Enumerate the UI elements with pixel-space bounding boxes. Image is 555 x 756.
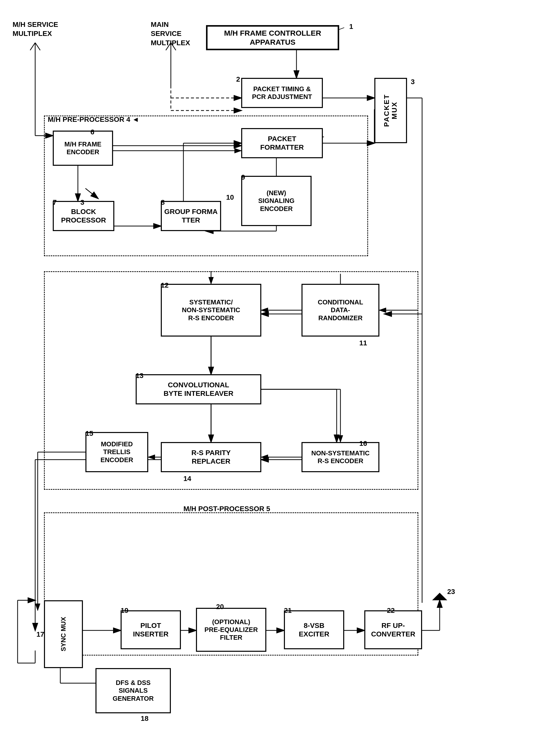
number-1: 1 [349,23,353,31]
mh-pre-processor-label: M/H PRE-PROCESSOR 4 ◄ [48,116,139,124]
mh-frame-controller-label: M/H FRAME CONTROLLER APPARATUS [208,29,338,47]
packet-formatter-box: PACKET FORMATTER [241,128,323,158]
pilot-inserter-label: PILOT INSERTER [133,621,169,638]
main-service-multiplex-label: MAINSERVICEMULTIPLEX [151,20,190,47]
number-13: 13 [136,372,143,380]
number-14: 14 [183,475,191,483]
svg-marker-52 [432,593,447,600]
systematic-rs-encoder-box: SYSTEMATIC/ NON-SYSTEMATIC R-S ENCODER [161,284,261,337]
number-15: 15 [85,430,93,438]
rs-parity-replacer-label: R-S PARITY REPLACER [191,449,231,465]
number-7: 7 [53,198,57,207]
mh-frame-controller-box: M/H FRAME CONTROLLER APPARATUS [206,25,339,50]
number-12: 12 [161,281,169,290]
number-23: 23 [447,588,455,596]
packet-timing-label: PACKET TIMING & PCR ADJUSTMENT [252,85,312,101]
modified-trellis-label: MODIFIED TRELLIS ENCODER [100,440,133,464]
rf-converter-label: RF UP- CONVERTER [371,621,415,638]
packet-mux-label: PACKETMUX [383,94,398,127]
packet-formatter-label: PACKET FORMATTER [260,135,304,151]
group-formatter-box: GROUP FORMA TTER [161,201,221,231]
systematic-rs-encoder-label: SYSTEMATIC/ NON-SYSTEMATIC R-S ENCODER [182,298,240,322]
pilot-inserter-box: PILOT INSERTER [121,610,181,649]
dfs-dss-label: DFS & DSS SIGNALS GENERATOR [113,679,154,703]
svg-line-46 [30,43,35,50]
number-16: 16 [359,440,367,448]
modified-trellis-box: MODIFIED TRELLIS ENCODER [85,432,148,472]
number-6: 6 [90,128,94,136]
sync-mux-box: SYNC MUX [44,600,83,668]
optional-filter-label: (OPTIONAL) PRE-EQUALIZER FILTER [205,618,258,642]
group-formatter-label: GROUP FORMA TTER [162,208,220,224]
non-systematic-rs-label: NON-SYSTEMATIC R-S ENCODER [311,449,370,465]
rf-converter-box: RF UP- CONVERTER [364,610,422,649]
number-21: 21 [284,607,292,615]
mh-frame-encoder-label: M/H FRAME ENCODER [64,140,101,156]
number-2: 2 [236,75,240,83]
number-17: 17 [36,630,44,638]
number-20: 20 [216,603,224,611]
new-signaling-encoder-label: (NEW) SIGNALING ENCODER [258,189,294,213]
new-signaling-encoder-box: (NEW) SIGNALING ENCODER [241,176,311,226]
mh-frame-encoder-box: M/H FRAME ENCODER [53,131,113,166]
conditional-data-randomizer-label: CONDITIONAL DATA- RANDOMIZER [318,298,363,322]
number-22: 22 [387,607,395,615]
number-18: 18 [141,715,148,723]
vsb-exciter-box: 8-VSB EXCITER [284,610,344,649]
convolutional-interleaver-label: CONVOLUTIONAL BYTE INTERLEAVER [164,381,233,398]
svg-line-47 [35,43,40,50]
number-10: 10 [226,193,234,202]
number-3: 3 [411,78,415,86]
non-systematic-rs-box: NON-SYSTEMATIC R-S ENCODER [301,442,379,472]
number-8: 8 [161,198,165,207]
packet-timing-box: PACKET TIMING & PCR ADJUSTMENT [241,78,323,108]
number-3b: 3 [80,198,84,207]
mh-service-multiplex-label: M/H SERVICEMULTIPLEX [12,20,58,38]
optional-filter-box: (OPTIONAL) PRE-EQUALIZER FILTER [196,608,266,652]
block-processor-label: BLOCK PROCESSOR [61,208,106,224]
mh-post-processor-label: M/H POST-PROCESSOR 5 [183,505,270,513]
vsb-exciter-label: 8-VSB EXCITER [299,621,329,638]
number-9: 9 [241,173,245,181]
number-11: 11 [359,339,367,347]
conditional-data-randomizer-box: CONDITIONAL DATA- RANDOMIZER [301,284,379,337]
sync-mux-label: SYNC MUX [60,617,67,651]
number-19: 19 [121,607,128,615]
packet-mux-box: PACKETMUX [374,78,407,143]
dfs-dss-box: DFS & DSS SIGNALS GENERATOR [95,668,171,713]
rs-parity-replacer-box: R-S PARITY REPLACER [161,442,261,472]
convolutional-interleaver-box: CONVOLUTIONAL BYTE INTERLEAVER [136,374,261,404]
